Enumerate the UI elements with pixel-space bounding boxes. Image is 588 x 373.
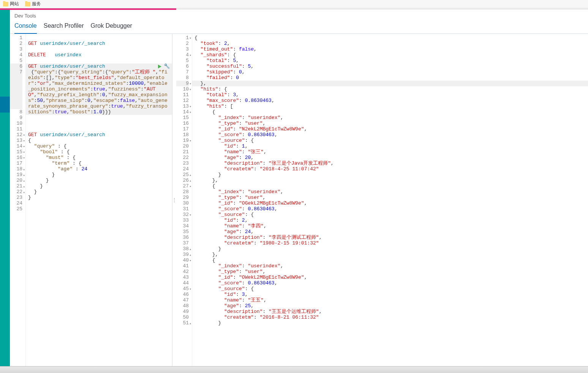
fold-icon[interactable]: ▾ <box>190 53 191 59</box>
fold-icon[interactable]: ▴ <box>23 173 25 178</box>
code-line[interactable]: "description": "李四是个测试工程师", <box>194 235 586 240</box>
code-line[interactable] <box>28 46 170 52</box>
code-line[interactable]: "age": 24, <box>194 229 586 235</box>
fold-icon[interactable]: ▴ <box>23 167 25 173</box>
code-line[interactable] <box>28 58 170 63</box>
code-line[interactable] <box>28 200 170 206</box>
code-line[interactable]: }, <box>194 178 586 183</box>
bookmark-folder-service[interactable]: 服务 <box>25 1 41 7</box>
code-body[interactable]: GET userindex/user/_searchDELETE userind… <box>26 34 172 366</box>
code-line[interactable]: "total": 3, <box>194 92 586 98</box>
code-line[interactable]: "must" : { <box>28 155 170 160</box>
code-line[interactable]: GET userindex/user/_search🔧 <box>26 63 172 69</box>
code-line[interactable]: "_score": 0.8630463, <box>194 206 586 212</box>
tab-console[interactable]: Console <box>14 22 37 34</box>
fold-icon[interactable]: ▾ <box>23 133 25 138</box>
tab-grok-debugger[interactable]: Grok Debugger <box>91 22 132 33</box>
code-line[interactable]: "max_score": 0.8630463, <box>194 98 586 103</box>
code-line[interactable] <box>28 115 170 121</box>
code-line[interactable]: "name": "王五", <box>194 297 586 303</box>
request-editor[interactable]: 123456789101112▾13▾14▾15▾16▾1718▴19▴20▴2… <box>10 34 172 366</box>
code-line[interactable]: }, <box>194 252 586 257</box>
code-line[interactable]: "_source": { <box>194 138 586 143</box>
code-line[interactable]: } <box>28 183 170 189</box>
code-line[interactable]: } <box>28 195 170 200</box>
code-line[interactable]: DELETE userindex <box>28 52 170 58</box>
code-line[interactable]: "_score": 0.8630463, <box>194 280 586 286</box>
fold-icon[interactable]: ▾ <box>23 138 25 144</box>
code-line[interactable]: "_id": "OWekL2MBgE1cTwZw8W9e", <box>194 275 586 280</box>
fold-icon[interactable]: ▴ <box>190 321 191 327</box>
fold-icon[interactable]: ▾ <box>190 213 191 218</box>
fold-icon[interactable]: ▾ <box>190 287 191 292</box>
code-line[interactable]: "age": 20, <box>194 155 586 160</box>
code-line[interactable]: "id": 3, <box>194 292 586 297</box>
code-line[interactable]: "age": 25, <box>194 303 586 309</box>
code-line[interactable]: "createtm": "1980-2-15 19:01:32" <box>194 240 586 246</box>
code-line[interactable]: "_type": "user", <box>194 195 586 200</box>
code-line[interactable]: { <box>28 138 170 143</box>
fold-icon[interactable]: ▾ <box>190 184 191 190</box>
code-line[interactable]: { <box>194 257 586 263</box>
code-line[interactable]: } <box>28 189 170 195</box>
play-icon[interactable] <box>158 65 161 68</box>
fold-icon[interactable]: ▴ <box>190 173 191 178</box>
code-line[interactable]: "name": "张三", <box>194 149 586 155</box>
code-line[interactable] <box>28 121 170 126</box>
code-line[interactable]: "_index": "userindex", <box>194 189 586 195</box>
code-line[interactable]: "total": 5, <box>194 58 586 63</box>
code-line[interactable]: "description": "张三是个Java开发工程师", <box>194 160 586 166</box>
wrench-icon[interactable]: 🔧 <box>164 63 170 69</box>
code-line[interactable]: } <box>194 320 586 326</box>
fold-icon[interactable]: ▴ <box>190 178 191 184</box>
code-line[interactable] <box>28 212 170 217</box>
code-line[interactable]: "createtm": "2016-8-21 06:11:32" <box>194 314 586 320</box>
fold-icon[interactable]: ▾ <box>190 36 191 41</box>
response-editor[interactable]: 1▾234▾56789▾10▾111213▾14▾1516171819▾2021… <box>176 34 588 366</box>
bookmark-folder-website[interactable]: 网站 <box>3 1 19 7</box>
code-line[interactable]: "_id": "N2ekL2MBgE1cTwZw8W9e", <box>194 126 586 132</box>
code-line[interactable]: } <box>28 172 170 178</box>
code-line[interactable]: "took": 2, <box>194 41 586 46</box>
code-line[interactable]: "hits": [ <box>194 103 586 109</box>
code-line[interactable]: "_index": "userindex", <box>194 115 586 121</box>
code-line[interactable]: "_source": { <box>194 286 586 292</box>
code-line[interactable] <box>28 206 170 212</box>
kibana-side-rail[interactable] <box>0 10 10 366</box>
fold-icon[interactable]: ▴ <box>190 252 191 258</box>
fold-icon[interactable]: ▾ <box>190 81 191 87</box>
code-line[interactable]: { <box>194 183 586 189</box>
code-line[interactable]: "_source": { <box>194 212 586 217</box>
code-line[interactable]: { <box>194 109 586 115</box>
code-line[interactable]: "failed": 0 <box>194 75 586 81</box>
tab-search-profiler[interactable]: Search Profiler <box>44 22 84 33</box>
code-line[interactable]: }, <box>192 81 588 86</box>
code-line[interactable]: "_type": "user", <box>194 121 586 126</box>
fold-icon[interactable]: ▾ <box>190 87 191 93</box>
code-line[interactable]: "name": "李四", <box>194 223 586 229</box>
code-line[interactable]: "id": 1, <box>194 143 586 149</box>
code-line[interactable]: "_score": 0.8630463, <box>194 132 586 138</box>
code-line[interactable]: "successful": 5, <box>194 63 586 69</box>
code-line[interactable]: { <box>194 35 586 41</box>
fold-icon[interactable]: ▴ <box>23 184 25 190</box>
code-line[interactable]: } <box>28 178 170 183</box>
code-line[interactable]: "hits": { <box>194 86 586 92</box>
code-line[interactable]: } <box>194 246 586 252</box>
code-line[interactable]: "timed_out": false, <box>194 46 586 52</box>
code-line[interactable]: "createtm": "2018-4-25 11:07:42" <box>194 166 586 172</box>
fold-icon[interactable]: ▾ <box>23 150 25 156</box>
code-line[interactable]: GET userindex/user/_search <box>28 41 170 46</box>
code-line[interactable]: "description": "王五是个运维工程师", <box>194 309 586 314</box>
fold-icon[interactable]: ▾ <box>190 110 191 116</box>
code-line[interactable]: "query" : { <box>28 143 170 149</box>
code-line[interactable]: "term" : { <box>28 160 170 166</box>
code-line[interactable]: "skipped": 0, <box>194 69 586 75</box>
code-line[interactable]: "_id": "OGekL2MBgE1cTwZw8W9e", <box>194 200 586 206</box>
code-line[interactable] <box>28 35 170 41</box>
fold-icon[interactable]: ▴ <box>23 178 25 184</box>
code-line[interactable]: "_shards": { <box>194 52 586 58</box>
code-line[interactable]: {"query":{"query_string":{"query":"工程师 "… <box>26 69 172 115</box>
fold-icon[interactable]: ▾ <box>190 104 191 110</box>
code-line[interactable]: "_type": "user", <box>194 269 586 275</box>
